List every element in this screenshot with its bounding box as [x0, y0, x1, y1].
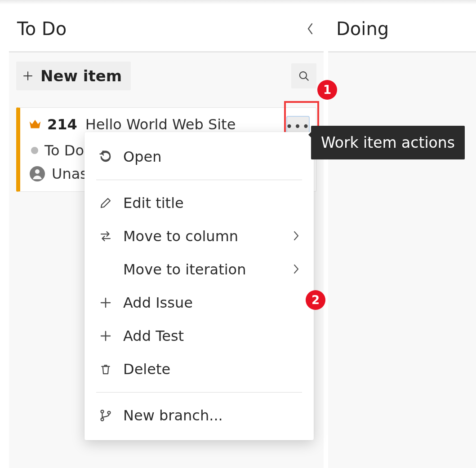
board-canvas: To Do New item: [0, 0, 476, 468]
menu-item-move-column[interactable]: Move to column: [85, 220, 314, 253]
menu-item-delete[interactable]: Delete: [85, 353, 314, 386]
person-icon: [29, 166, 45, 182]
chevron-right-icon: [293, 228, 299, 245]
menu-item-edit-title[interactable]: Edit title: [85, 186, 314, 220]
work-item-id: 214: [47, 116, 77, 133]
column-doing: Doing: [328, 6, 476, 468]
annotation-badge-1: 1: [317, 80, 337, 100]
chevron-left-icon: [307, 23, 314, 35]
status-dot-icon: [31, 147, 38, 154]
work-item-title: Hello World Web Site: [85, 116, 236, 133]
svg-point-2: [35, 169, 40, 174]
pencil-icon: [99, 196, 112, 210]
svg-point-5: [108, 411, 111, 414]
column-title-doing: Doing: [336, 18, 389, 39]
menu-item-new-branch-label: New branch...: [123, 407, 223, 424]
menu-item-edit-title-label: Edit title: [123, 194, 184, 212]
column-body-doing: [328, 51, 476, 468]
epic-crown-icon: [28, 118, 42, 131]
card-title-row: 214 Hello World Web Site: [28, 116, 308, 133]
column-header-doing: Doing: [328, 6, 476, 51]
chevron-right-icon: [293, 261, 299, 278]
svg-point-3: [101, 410, 104, 413]
column-header-todo: To Do: [9, 6, 324, 51]
menu-item-add-issue-label: Add Issue: [123, 294, 193, 311]
open-icon: [99, 150, 112, 163]
menu-item-new-branch[interactable]: New branch...: [85, 399, 314, 432]
collapse-column-button[interactable]: [301, 20, 319, 38]
column-title-todo: To Do: [17, 18, 67, 39]
top-gradient: [0, 0, 476, 4]
menu-separator: [96, 392, 302, 393]
column-toolbar: New item: [16, 62, 316, 90]
tooltip-text: Work item actions: [321, 134, 455, 151]
trash-icon: [99, 362, 112, 376]
swap-icon: [99, 230, 112, 243]
menu-item-move-column-label: Move to column: [123, 228, 238, 245]
new-item-button[interactable]: New item: [16, 62, 131, 90]
menu-item-move-iteration[interactable]: Move to iteration: [85, 253, 314, 286]
plus-icon: [99, 329, 112, 343]
plus-icon: [22, 71, 33, 81]
menu-item-open[interactable]: Open: [85, 140, 314, 173]
search-icon: [298, 70, 310, 82]
new-item-label: New item: [40, 67, 122, 85]
plus-icon: [99, 296, 112, 309]
branch-icon: [99, 409, 112, 422]
menu-separator: [96, 180, 302, 180]
menu-item-add-test[interactable]: Add Test: [85, 319, 314, 353]
menu-item-add-test-label: Add Test: [123, 327, 184, 344]
menu-item-move-iteration-label: Move to iteration: [123, 261, 246, 278]
svg-point-4: [101, 418, 104, 421]
card-status-text: To Do: [44, 142, 84, 159]
menu-item-add-issue[interactable]: Add Issue: [85, 286, 314, 319]
menu-item-open-label: Open: [123, 148, 161, 165]
annotation-badge-2: 2: [306, 290, 325, 310]
menu-item-delete-label: Delete: [123, 361, 170, 378]
work-item-context-menu: Open Edit title Move to column Move to i…: [85, 132, 314, 440]
search-button[interactable]: [291, 63, 316, 88]
tooltip-work-item-actions: Work item actions: [311, 126, 465, 159]
